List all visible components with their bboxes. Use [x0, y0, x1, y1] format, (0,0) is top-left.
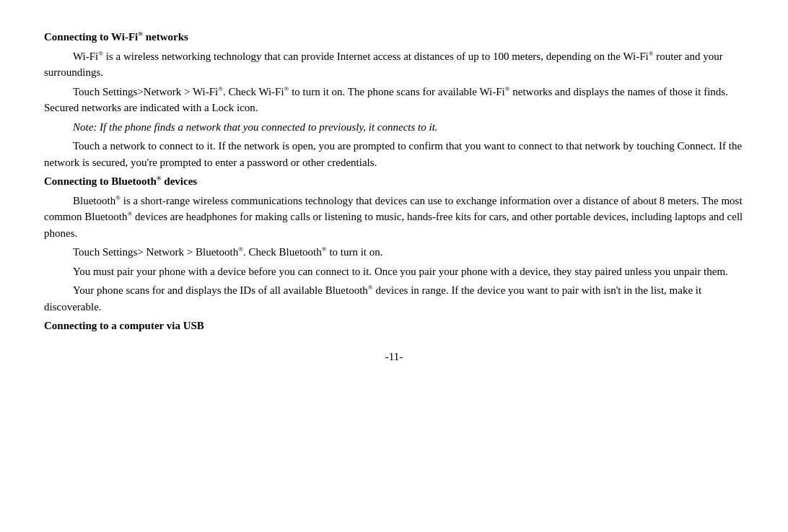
- bluetooth-section: Connecting to Bluetooth® devices Bluetoo…: [44, 173, 744, 315]
- bluetooth-heading-paragraph: Connecting to Bluetooth® devices: [44, 173, 744, 190]
- wifi-p1: Wi-Fi® is a wireless networking technolo…: [44, 48, 744, 81]
- wifi-p2: Touch Settings>Network > Wi-Fi®. Check W…: [44, 84, 744, 116]
- wifi-section: Connecting to Wi-Fi® networks Wi-Fi® is …: [44, 29, 744, 170]
- bluetooth-heading: Connecting to Bluetooth® devices: [44, 175, 197, 187]
- bt-p2: Touch Settings> Network > Bluetooth®. Ch…: [44, 244, 744, 261]
- page-content: Connecting to Wi-Fi® networks Wi-Fi® is …: [44, 29, 744, 365]
- wifi-heading-paragraph: Connecting to Wi-Fi® networks: [44, 29, 744, 45]
- usb-section: Connecting to a computer via USB: [44, 318, 744, 334]
- bt-p4: Your phone scans for and displays the ID…: [44, 282, 744, 315]
- page-number: -11-: [44, 349, 744, 365]
- usb-heading: Connecting to a computer via USB: [44, 320, 204, 331]
- bt-p3: You must pair your phone with a device b…: [44, 263, 744, 280]
- wifi-p3: Touch a network to connect to it. If the…: [44, 138, 744, 170]
- usb-heading-paragraph: Connecting to a computer via USB: [44, 318, 744, 334]
- bt-p1: Bluetooth® is a short-range wireless com…: [44, 193, 744, 242]
- wifi-note: Note: If the phone finds a network that …: [44, 119, 744, 136]
- wifi-heading: Connecting to Wi-Fi® networks: [44, 31, 188, 43]
